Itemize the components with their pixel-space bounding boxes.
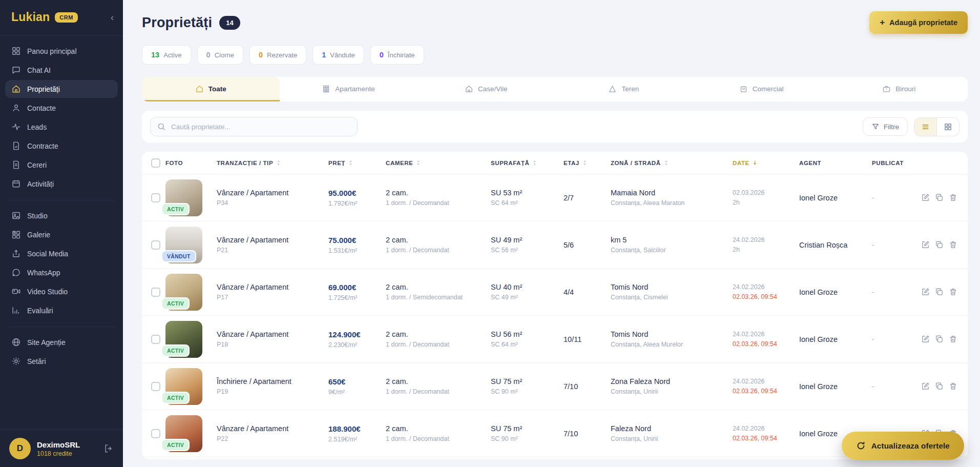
published: - — [872, 336, 916, 343]
row-checkbox[interactable] — [151, 288, 160, 297]
table-row[interactable]: ACTIV Vânzare / Apartament P18 124.900€ … — [142, 316, 968, 363]
chat-icon — [11, 65, 21, 75]
sidebar-item-setari[interactable]: Setări — [5, 352, 118, 370]
duplicate-button[interactable] — [935, 193, 944, 202]
delete-button[interactable] — [949, 193, 957, 202]
column-camere[interactable]: CAMERE — [386, 159, 491, 166]
sidebar-item-galerie[interactable]: Galerie — [5, 226, 118, 243]
sidebar-item-label: Evaluări — [27, 307, 53, 315]
sidebar-item-panou-principal[interactable]: Panou principal — [5, 42, 118, 60]
tab-comercial[interactable]: Comercial — [693, 77, 830, 101]
sidebar-item-proprietati[interactable]: Proprietăți — [5, 80, 118, 98]
table-row[interactable]: ACTIV Vânzare / Apartament P34 95.000€ 1… — [142, 174, 968, 221]
row-checkbox[interactable] — [151, 193, 160, 202]
row-checkbox[interactable] — [151, 382, 160, 391]
edit-button[interactable] — [921, 382, 930, 391]
delete-button[interactable] — [949, 382, 957, 391]
sidebar-item-activitati[interactable]: Activități — [5, 175, 118, 193]
row-checkbox[interactable] — [151, 240, 160, 250]
duplicate-button[interactable] — [935, 382, 944, 391]
column-etaj[interactable]: ETAJ — [564, 159, 611, 166]
update-offers-button[interactable]: Actualizeaza ofertele — [842, 432, 964, 460]
grid-view-button[interactable] — [936, 118, 959, 136]
tab-label: Comercial — [753, 85, 784, 93]
tab-toate[interactable]: Toate — [142, 77, 280, 101]
whatsapp-icon — [11, 268, 21, 277]
price: 69.000€ — [328, 283, 386, 292]
row-checkbox[interactable] — [151, 335, 160, 344]
table-row[interactable]: ACTIV Închiriere / Apartament P19 650€ 9… — [142, 363, 968, 410]
property-photo[interactable]: ACTIV — [165, 368, 202, 405]
floor: 5/6 — [564, 241, 611, 249]
row-checkbox[interactable] — [151, 429, 160, 438]
status-pill[interactable]: 0 Închiriate — [370, 45, 424, 65]
sidebar-item-whatsapp[interactable]: WhatsApp — [5, 263, 118, 281]
tab-case-vile[interactable]: Case/Vile — [417, 77, 555, 101]
dashboard-icon — [11, 46, 21, 56]
sidebar-item-chat-ai[interactable]: Chat AI — [5, 61, 118, 79]
status-pill[interactable]: 1 Vândute — [312, 45, 364, 65]
sidebar-item-label: Galerie — [27, 231, 50, 239]
price-per-sqm: 1.792€/m² — [328, 200, 386, 207]
sidebar-item-contacte[interactable]: Contacte — [5, 99, 118, 117]
search-input[interactable] — [150, 117, 358, 136]
table-row[interactable]: VÂNDUT Vânzare / Apartament P21 75.000€ … — [142, 221, 968, 269]
table-row[interactable]: Vânzare / Apartament 68.900€ 1 cam. — [142, 457, 968, 459]
edit-button[interactable] — [921, 193, 930, 202]
add-property-button[interactable]: + Adaugă proprietate — [869, 11, 968, 34]
select-all-checkbox[interactable] — [151, 158, 160, 168]
gallery-grid-icon — [11, 230, 21, 239]
table-row[interactable]: ACTIV Vânzare / Apartament P17 69.000€ 1… — [142, 269, 968, 316]
column-zona[interactable]: ZONĂ / STRADĂ — [611, 159, 733, 166]
duplicate-button[interactable] — [935, 288, 944, 296]
sidebar-item-label: Activități — [27, 180, 54, 188]
property-photo[interactable]: ACTIV — [165, 321, 202, 358]
published: - — [872, 241, 916, 249]
sidebar-item-leads[interactable]: Leads — [5, 118, 118, 136]
column-date[interactable]: DATE — [733, 159, 799, 166]
price-per-sqm: 2.519€/m² — [328, 436, 386, 443]
edit-button[interactable] — [921, 240, 930, 249]
sidebar-item-cereri[interactable]: Cereri — [5, 156, 118, 174]
usable-surface: SU 53 m² — [491, 189, 564, 197]
column-tranzactie[interactable]: TRANZACȚIE / TIP — [217, 159, 328, 166]
sidebar-item-studio[interactable]: Studio — [5, 207, 118, 225]
column-pret[interactable]: PREȚ — [328, 159, 386, 166]
tab-teren[interactable]: Teren — [555, 77, 693, 101]
column-suprafata[interactable]: SUPRAFAȚĂ — [491, 159, 564, 166]
sidebar-collapse-icon[interactable]: ‹ — [111, 13, 114, 22]
property-photo[interactable]: ACTIV — [165, 415, 202, 452]
rooms-detail: 1 dorm. / Decomandat — [386, 247, 491, 254]
published: - — [872, 383, 916, 390]
sidebar-item-site-agentie[interactable]: Site Agenție — [5, 333, 118, 351]
rooms-detail: 1 dorm. / Semidecomandat — [386, 294, 491, 301]
status-badge: ACTIV — [161, 439, 190, 451]
tab-birouri[interactable]: Birouri — [830, 77, 968, 101]
sidebar-item-social-media[interactable]: Social Media — [5, 245, 118, 262]
sidebar-item-evaluari[interactable]: Evaluări — [5, 301, 118, 319]
status-pill[interactable]: 0 Rezervate — [249, 45, 306, 65]
filter-button[interactable]: Filtre — [863, 117, 908, 136]
status-pill[interactable]: 0 Ciorne — [197, 45, 243, 65]
sidebar-item-contracte[interactable]: Contracte — [5, 137, 118, 155]
funnel-icon — [871, 123, 880, 131]
status-count: 0 — [206, 51, 211, 59]
property-photo[interactable]: ACTIV — [165, 274, 202, 311]
duplicate-button[interactable] — [935, 335, 944, 343]
sidebar-item-video-studio[interactable]: Video Studio — [5, 282, 118, 300]
property-photo[interactable]: VÂNDUT — [165, 227, 202, 263]
edit-button[interactable] — [921, 335, 930, 343]
tab-apartamente[interactable]: Apartamente — [280, 77, 418, 101]
edit-button[interactable] — [921, 288, 930, 296]
duplicate-button[interactable] — [935, 240, 944, 249]
delete-button[interactable] — [949, 335, 957, 343]
sidebar-header: Lukian CRM ‹ — [0, 0, 123, 32]
delete-button[interactable] — [949, 240, 957, 249]
logout-icon[interactable] — [103, 443, 114, 454]
properties-count-badge: 14 — [219, 16, 240, 30]
user-card[interactable]: D DeximoSRL 1018 credite — [0, 430, 123, 467]
status-pill[interactable]: 13 Active — [142, 45, 191, 65]
delete-button[interactable] — [949, 288, 957, 296]
property-photo[interactable]: ACTIV — [165, 179, 202, 216]
list-view-button[interactable] — [914, 118, 936, 136]
